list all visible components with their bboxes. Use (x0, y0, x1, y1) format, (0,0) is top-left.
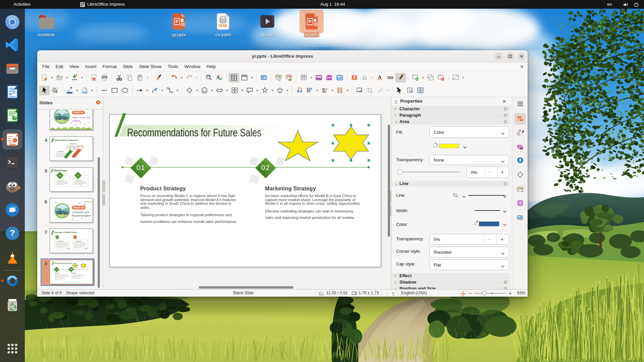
redo-icon[interactable] (184, 73, 195, 82)
sidebar-menu-icon[interactable] (517, 100, 524, 108)
cap-style-dropdown[interactable]: Flat (429, 259, 509, 270)
menu-slide[interactable]: Slide (120, 62, 136, 71)
volume-icon[interactable] (623, 2, 628, 10)
trash-icon[interactable] (4, 297, 20, 313)
transparency-slider[interactable] (398, 172, 460, 172)
properties-close-icon[interactable] (502, 99, 506, 104)
fill-type-dropdown[interactable]: Color (429, 126, 509, 138)
zoom-out-icon[interactable]: − (469, 290, 472, 297)
new-slide-dropdown-icon[interactable] (421, 73, 425, 82)
undo-icon[interactable] (169, 73, 179, 82)
chromium-icon[interactable] (4, 14, 20, 30)
fill-color-dropdown-icon[interactable] (90, 86, 95, 95)
insert-textbox-icon[interactable]: T (349, 73, 360, 82)
window-titlebar[interactable]: yi.pptx - LibreOffice Impress (37, 50, 528, 62)
sidebar-styles-icon[interactable]: A (517, 129, 524, 136)
copy-icon[interactable] (124, 73, 135, 82)
sidebar-gallery-icon[interactable] (517, 143, 524, 150)
start-current-slide-icon[interactable] (284, 73, 294, 82)
canvas-body-2[interactable]: Increase marketing efforts for Model B i… (265, 194, 376, 221)
cut-icon[interactable] (114, 73, 124, 82)
symbol-shapes-dropdown-icon[interactable] (210, 86, 214, 95)
transparency-spinbox[interactable]: 0% − + (467, 167, 509, 178)
section-area[interactable]: ⌄Area (392, 119, 510, 125)
activities-button[interactable]: Activities (13, 0, 31, 9)
line-width-sample[interactable] (475, 210, 500, 211)
sidebar-master-icon[interactable] (517, 214, 524, 221)
table-icon[interactable] (299, 73, 309, 82)
open-icon[interactable] (54, 73, 65, 82)
paste-icon[interactable] (135, 73, 145, 82)
menu-view[interactable]: View (66, 62, 82, 71)
sidebar-animation-icon[interactable] (517, 199, 524, 207)
star-6-point[interactable] (333, 127, 369, 160)
minimize-button[interactable] (495, 52, 503, 60)
insert-chart-icon[interactable] (334, 73, 345, 82)
keyboard-layout-indicator[interactable]: en (607, 0, 612, 9)
writer-icon[interactable] (4, 84, 20, 100)
menu-tools[interactable]: Tools (165, 62, 181, 71)
display-views-dropdown-icon[interactable] (250, 73, 254, 82)
zoom-in-icon[interactable]: + (509, 290, 512, 297)
timeline-line[interactable] (121, 166, 370, 168)
section-character[interactable]: ›Character (392, 106, 510, 112)
insert-image-icon[interactable] (314, 73, 324, 82)
callouts-dropdown-icon[interactable] (255, 86, 260, 95)
menu-insert[interactable]: Insert (82, 62, 100, 71)
sidebar-navigator-icon[interactable] (517, 157, 524, 164)
distribute-icon[interactable] (335, 86, 345, 95)
slide-layout-icon[interactable] (450, 73, 461, 82)
canvas-heading-2[interactable]: Marketing Strategy (265, 185, 316, 192)
sidebar-properties-icon[interactable] (517, 115, 524, 122)
line-style-sample[interactable] (468, 195, 505, 196)
align-dropdown-icon[interactable] (315, 86, 320, 95)
section-line[interactable]: ⌄Line (392, 181, 510, 187)
stars-icon[interactable] (260, 86, 270, 95)
transparency-type-dropdown[interactable]: None (429, 155, 509, 165)
line-dash-style-icon[interactable] (452, 192, 459, 198)
desktop-icon-yi.pptx[interactable]: Pyi.pptx (296, 12, 328, 37)
new-document-dropdown-icon[interactable] (50, 73, 54, 82)
spin-minus-icon[interactable]: − (488, 236, 491, 242)
save-icon[interactable] (69, 73, 80, 82)
selection-handle[interactable] (332, 159, 334, 162)
horizontal-scrollbar[interactable] (199, 286, 293, 289)
status-language[interactable]: English (USA) (401, 290, 427, 297)
help-icon[interactable]: ? (4, 225, 20, 241)
symbol-shapes-icon[interactable] (199, 86, 210, 95)
basic-shapes-dropdown-icon[interactable] (195, 86, 199, 95)
distribute-dropdown-icon[interactable] (345, 86, 350, 95)
filter-icon[interactable] (375, 86, 385, 95)
ellipse-icon[interactable] (120, 86, 130, 95)
display-views-icon[interactable] (239, 73, 250, 82)
paste-dropdown-icon[interactable] (145, 73, 150, 82)
focused-app-name[interactable]: LibreOffice Impress (87, 0, 125, 9)
zoom-icon[interactable] (50, 86, 60, 95)
app-grid-icon[interactable] (4, 341, 20, 357)
section-effect[interactable]: ›Effect (392, 273, 510, 279)
block-arrows-dropdown-icon[interactable] (225, 86, 229, 95)
fill-color-dropdown-icon[interactable] (463, 145, 467, 147)
section-paragraph[interactable]: ›Paragraph (392, 112, 510, 119)
callouts-icon[interactable] (245, 86, 255, 95)
slide-title[interactable]: Recommendations for Future Sales (127, 126, 261, 139)
selection-handle[interactable] (350, 159, 352, 162)
3d-objects-icon[interactable] (275, 86, 285, 95)
sidebar-transition-icon[interactable] (517, 186, 524, 193)
zoom-slider[interactable] (474, 293, 506, 294)
export-pdf-icon[interactable]: A (89, 73, 99, 82)
duplicate-slide-icon[interactable] (425, 73, 436, 82)
power-icon[interactable] (634, 2, 639, 10)
section-settings-icon[interactable] (503, 107, 508, 111)
fill-color-button[interactable] (432, 142, 439, 149)
desktop-icon-co.yaml[interactable]: YAMLco.yaml (207, 12, 239, 37)
desktop-icon-qi.mp4[interactable]: qi.mp4 (251, 12, 283, 37)
line-style-dropdown-icon[interactable] (503, 194, 507, 197)
insert-media-icon[interactable] (324, 73, 334, 82)
start-first-slide-icon[interactable] (273, 73, 284, 82)
selection-handle[interactable] (350, 124, 352, 126)
arrange-dropdown-icon[interactable] (330, 86, 335, 95)
slides-scrollbar[interactable] (98, 157, 100, 288)
open-dropdown-icon[interactable] (65, 73, 69, 82)
special-char-icon[interactable]: Ω (360, 73, 370, 82)
